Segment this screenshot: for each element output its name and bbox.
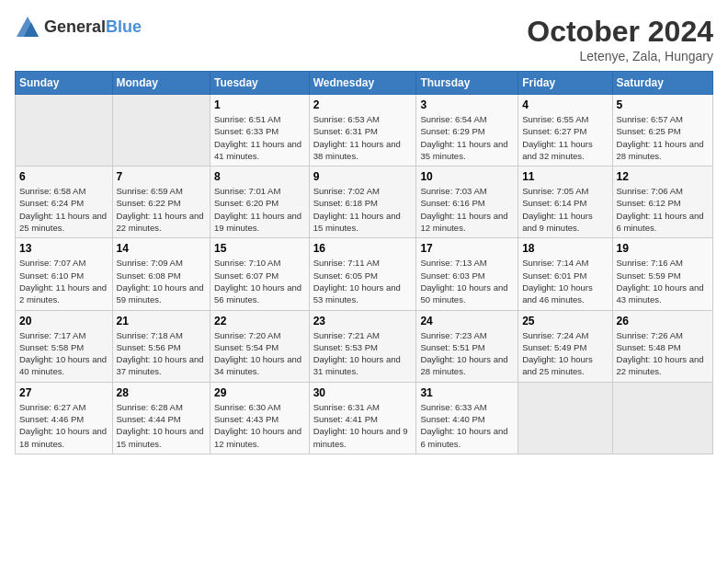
calendar-header-row: SundayMondayTuesdayWednesdayThursdayFrid… bbox=[16, 72, 713, 95]
day-cell: 24Sunrise: 7:23 AMSunset: 5:51 PMDayligh… bbox=[416, 310, 518, 382]
day-info: Sunrise: 6:53 AMSunset: 6:31 PMDaylight:… bbox=[313, 113, 413, 162]
day-cell: 20Sunrise: 7:17 AMSunset: 5:58 PMDayligh… bbox=[16, 310, 113, 382]
day-info: Sunrise: 6:28 AMSunset: 4:44 PMDaylight:… bbox=[117, 401, 206, 450]
calendar-table: SundayMondayTuesdayWednesdayThursdayFrid… bbox=[15, 71, 713, 454]
week-row: 6Sunrise: 6:58 AMSunset: 6:24 PMDaylight… bbox=[16, 167, 713, 238]
day-cell: 7Sunrise: 6:59 AMSunset: 6:22 PMDaylight… bbox=[112, 167, 210, 238]
day-info: Sunrise: 7:13 AMSunset: 6:03 PMDaylight:… bbox=[420, 257, 514, 305]
day-cell: 12Sunrise: 7:06 AMSunset: 6:12 PMDayligh… bbox=[612, 167, 712, 238]
col-header-friday: Friday bbox=[518, 72, 612, 95]
col-header-monday: Monday bbox=[112, 72, 210, 95]
col-header-wednesday: Wednesday bbox=[309, 72, 416, 95]
col-header-thursday: Thursday bbox=[416, 72, 518, 95]
day-info: Sunrise: 7:23 AMSunset: 5:51 PMDaylight:… bbox=[420, 329, 514, 378]
col-header-saturday: Saturday bbox=[612, 72, 712, 95]
week-row: 1Sunrise: 6:51 AMSunset: 6:33 PMDaylight… bbox=[16, 95, 713, 167]
day-info: Sunrise: 7:09 AMSunset: 6:08 PMDaylight:… bbox=[117, 257, 206, 305]
day-cell: 6Sunrise: 6:58 AMSunset: 6:24 PMDaylight… bbox=[16, 167, 113, 238]
day-info: Sunrise: 7:17 AMSunset: 5:58 PMDaylight:… bbox=[19, 329, 108, 378]
day-cell: 21Sunrise: 7:18 AMSunset: 5:56 PMDayligh… bbox=[112, 310, 210, 382]
day-number: 14 bbox=[117, 242, 206, 255]
day-number: 29 bbox=[214, 386, 305, 399]
day-info: Sunrise: 7:14 AMSunset: 6:01 PMDaylight:… bbox=[522, 257, 608, 305]
day-info: Sunrise: 6:27 AMSunset: 4:46 PMDaylight:… bbox=[19, 401, 108, 450]
logo-icon bbox=[15, 15, 40, 40]
day-info: Sunrise: 6:51 AMSunset: 6:33 PMDaylight:… bbox=[214, 113, 305, 162]
day-info: Sunrise: 6:57 AMSunset: 6:25 PMDaylight:… bbox=[617, 113, 709, 162]
day-number: 22 bbox=[214, 315, 305, 327]
day-number: 11 bbox=[522, 170, 608, 183]
day-number: 17 bbox=[420, 242, 514, 255]
col-header-sunday: Sunday bbox=[16, 72, 113, 95]
day-number: 25 bbox=[522, 315, 608, 327]
day-cell: 4Sunrise: 6:55 AMSunset: 6:27 PMDaylight… bbox=[518, 95, 612, 167]
day-cell: 23Sunrise: 7:21 AMSunset: 5:53 PMDayligh… bbox=[309, 310, 416, 382]
day-cell: 30Sunrise: 6:31 AMSunset: 4:41 PMDayligh… bbox=[309, 382, 416, 454]
day-number: 3 bbox=[420, 98, 514, 111]
day-number: 2 bbox=[313, 98, 413, 111]
day-cell: 16Sunrise: 7:11 AMSunset: 6:05 PMDayligh… bbox=[309, 238, 416, 310]
week-row: 13Sunrise: 7:07 AMSunset: 6:10 PMDayligh… bbox=[16, 238, 713, 310]
day-cell bbox=[16, 95, 113, 167]
day-cell bbox=[612, 382, 712, 454]
week-row: 20Sunrise: 7:17 AMSunset: 5:58 PMDayligh… bbox=[16, 310, 713, 382]
day-info: Sunrise: 7:02 AMSunset: 6:18 PMDaylight:… bbox=[313, 185, 413, 234]
day-cell: 3Sunrise: 6:54 AMSunset: 6:29 PMDaylight… bbox=[416, 95, 518, 167]
day-cell: 14Sunrise: 7:09 AMSunset: 6:08 PMDayligh… bbox=[112, 238, 210, 310]
day-cell: 5Sunrise: 6:57 AMSunset: 6:25 PMDaylight… bbox=[612, 95, 712, 167]
day-cell: 9Sunrise: 7:02 AMSunset: 6:18 PMDaylight… bbox=[309, 167, 416, 238]
day-cell: 22Sunrise: 7:20 AMSunset: 5:54 PMDayligh… bbox=[210, 310, 310, 382]
day-info: Sunrise: 6:30 AMSunset: 4:43 PMDaylight:… bbox=[214, 401, 305, 450]
day-info: Sunrise: 7:20 AMSunset: 5:54 PMDaylight:… bbox=[214, 329, 305, 378]
day-info: Sunrise: 7:01 AMSunset: 6:20 PMDaylight:… bbox=[214, 185, 305, 234]
col-header-tuesday: Tuesday bbox=[210, 72, 310, 95]
day-number: 4 bbox=[522, 98, 608, 111]
day-number: 12 bbox=[617, 170, 709, 183]
day-cell: 26Sunrise: 7:26 AMSunset: 5:48 PMDayligh… bbox=[612, 310, 712, 382]
header: GeneralBlue October 2024 Letenye, Zala, … bbox=[15, 15, 713, 63]
day-number: 18 bbox=[522, 242, 608, 255]
day-info: Sunrise: 7:16 AMSunset: 5:59 PMDaylight:… bbox=[617, 257, 709, 305]
day-number: 9 bbox=[313, 170, 413, 183]
day-cell: 25Sunrise: 7:24 AMSunset: 5:49 PMDayligh… bbox=[518, 310, 612, 382]
logo-text-blue: Blue bbox=[106, 17, 142, 36]
day-info: Sunrise: 7:10 AMSunset: 6:07 PMDaylight:… bbox=[214, 257, 305, 305]
title-area: October 2024 Letenye, Zala, Hungary bbox=[527, 15, 713, 63]
day-cell: 10Sunrise: 7:03 AMSunset: 6:16 PMDayligh… bbox=[416, 167, 518, 238]
day-number: 30 bbox=[313, 386, 413, 399]
day-info: Sunrise: 7:11 AMSunset: 6:05 PMDaylight:… bbox=[313, 257, 413, 305]
day-cell: 15Sunrise: 7:10 AMSunset: 6:07 PMDayligh… bbox=[210, 238, 310, 310]
day-number: 13 bbox=[19, 242, 108, 255]
day-info: Sunrise: 7:07 AMSunset: 6:10 PMDaylight:… bbox=[19, 257, 108, 305]
day-number: 23 bbox=[313, 315, 413, 327]
day-cell bbox=[112, 95, 210, 167]
day-cell: 28Sunrise: 6:28 AMSunset: 4:44 PMDayligh… bbox=[112, 382, 210, 454]
day-number: 5 bbox=[617, 98, 709, 111]
day-info: Sunrise: 7:05 AMSunset: 6:14 PMDaylight:… bbox=[522, 185, 608, 234]
day-cell: 31Sunrise: 6:33 AMSunset: 4:40 PMDayligh… bbox=[416, 382, 518, 454]
day-number: 24 bbox=[420, 315, 514, 327]
day-cell: 11Sunrise: 7:05 AMSunset: 6:14 PMDayligh… bbox=[518, 167, 612, 238]
day-cell: 27Sunrise: 6:27 AMSunset: 4:46 PMDayligh… bbox=[16, 382, 113, 454]
day-info: Sunrise: 7:03 AMSunset: 6:16 PMDaylight:… bbox=[420, 185, 514, 234]
day-number: 6 bbox=[19, 170, 108, 183]
day-number: 27 bbox=[19, 386, 108, 399]
day-number: 16 bbox=[313, 242, 413, 255]
day-info: Sunrise: 6:55 AMSunset: 6:27 PMDaylight:… bbox=[522, 113, 608, 162]
day-number: 19 bbox=[617, 242, 709, 255]
day-info: Sunrise: 6:33 AMSunset: 4:40 PMDaylight:… bbox=[420, 401, 514, 450]
day-number: 1 bbox=[214, 98, 305, 111]
day-info: Sunrise: 6:59 AMSunset: 6:22 PMDaylight:… bbox=[117, 185, 206, 234]
day-number: 21 bbox=[117, 315, 206, 327]
day-cell: 29Sunrise: 6:30 AMSunset: 4:43 PMDayligh… bbox=[210, 382, 310, 454]
day-info: Sunrise: 7:24 AMSunset: 5:49 PMDaylight:… bbox=[522, 329, 608, 378]
day-cell: 13Sunrise: 7:07 AMSunset: 6:10 PMDayligh… bbox=[16, 238, 113, 310]
day-number: 7 bbox=[117, 170, 206, 183]
day-info: Sunrise: 7:21 AMSunset: 5:53 PMDaylight:… bbox=[313, 329, 413, 378]
day-cell: 8Sunrise: 7:01 AMSunset: 6:20 PMDaylight… bbox=[210, 167, 310, 238]
day-info: Sunrise: 7:18 AMSunset: 5:56 PMDaylight:… bbox=[117, 329, 206, 378]
day-info: Sunrise: 7:26 AMSunset: 5:48 PMDaylight:… bbox=[617, 329, 709, 378]
day-info: Sunrise: 6:58 AMSunset: 6:24 PMDaylight:… bbox=[19, 185, 108, 234]
day-cell: 18Sunrise: 7:14 AMSunset: 6:01 PMDayligh… bbox=[518, 238, 612, 310]
logo-text-general: General bbox=[44, 17, 106, 36]
